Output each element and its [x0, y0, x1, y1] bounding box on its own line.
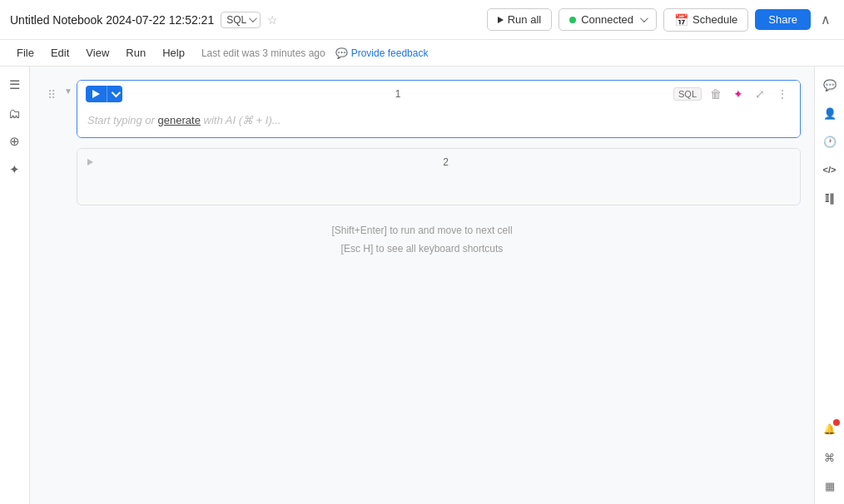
menubar: File Edit View Run Help Last edit was 3 … — [0, 40, 844, 67]
cell-2-drag-handle[interactable]: ⠿ — [43, 148, 60, 170]
run-all-label: Run all — [508, 13, 541, 26]
connected-dropdown-icon — [640, 14, 648, 22]
sidebar-sparkle-icon[interactable]: ✦ — [3, 158, 27, 181]
cell-1-run-button[interactable] — [86, 86, 107, 101]
schedule-label: Schedule — [693, 13, 737, 26]
sql-type-button[interactable]: SQL — [221, 12, 261, 28]
schedule-button[interactable]: 📅 Schedule — [663, 8, 748, 32]
cell-2: 2 — [77, 148, 801, 205]
sidebar-database-icon[interactable]: ⊕ — [3, 130, 27, 153]
run-all-button[interactable]: Run all — [487, 8, 552, 31]
cell-1-expand-button[interactable]: ⤢ — [752, 86, 768, 102]
keyboard-shortcut-icon[interactable]: ⌘ — [818, 446, 842, 469]
cell-1: 1 SQL 🗑 ✦ ⤢ ⋮ Start typing or generate w… — [77, 80, 801, 138]
cell-2-wrapper: ⠿ 2 — [30, 148, 814, 205]
main-layout: ☰ 🗂 ⊕ ✦ ⠿ ▼ — [0, 67, 844, 504]
sql-label: SQL — [226, 14, 246, 26]
comment-icon[interactable]: 💬 — [818, 73, 842, 96]
feedback-link[interactable]: 💬 Provide feedback — [335, 47, 429, 59]
cell-2-body[interactable] — [77, 175, 800, 205]
last-edit-text: Last edit was 3 minutes ago — [201, 47, 325, 59]
hint-line-1: [Shift+Enter] to run and move to next ce… — [30, 222, 814, 240]
left-sidebar: ☰ 🗂 ⊕ ✦ — [0, 67, 30, 504]
person-icon[interactable]: 👤 — [818, 101, 842, 125]
sidebar-document-icon[interactable]: ☰ — [3, 73, 27, 96]
connected-button[interactable]: Connected — [559, 8, 657, 31]
cell-1-header: 1 SQL 🗑 ✦ ⤢ ⋮ — [77, 81, 800, 107]
run-all-icon — [498, 17, 504, 23]
cell-1-wrapper: ⠿ ▼ 1 SQL 🗑 ✦ — [30, 80, 814, 138]
library-icon[interactable]: 𝕀∥ — [818, 186, 842, 210]
star-icon[interactable]: ☆ — [267, 13, 278, 27]
cell-1-run-dropdown[interactable] — [107, 86, 122, 102]
menu-help[interactable]: Help — [156, 45, 191, 61]
header: Untitled Notebook 2024-07-22 12:52:21 SQ… — [0, 0, 844, 40]
hint-line-2: [Esc H] to see all keyboard shortcuts — [30, 240, 814, 259]
share-button[interactable]: Share — [755, 9, 811, 30]
cell-1-play-icon — [92, 90, 100, 98]
cell-1-sql-badge: SQL — [673, 87, 702, 101]
cell-1-run-group — [86, 86, 122, 102]
cell-1-body[interactable]: Start typing or generate with AI (⌘ + I)… — [77, 107, 800, 137]
notification-badge — [833, 419, 840, 426]
header-actions: Run all Connected 📅 Schedule Share ∧ — [487, 8, 834, 32]
keyboard-hints: [Shift+Enter] to run and move to next ce… — [30, 222, 814, 258]
cell-2-run-button[interactable] — [86, 154, 95, 170]
notification-icon[interactable]: 🔔 — [818, 418, 842, 441]
cell-2-play-icon — [87, 159, 93, 166]
sidebar-folder-icon[interactable]: 🗂 — [3, 101, 27, 125]
history-icon[interactable]: 🕐 — [818, 130, 842, 153]
connected-status-dot — [569, 17, 576, 23]
menu-edit[interactable]: Edit — [44, 45, 76, 61]
sql-dropdown-icon — [249, 14, 257, 22]
feedback-icon: 💬 — [335, 47, 348, 59]
cell-2-header: 2 — [77, 149, 800, 175]
menu-run[interactable]: Run — [119, 45, 152, 61]
calendar-icon: 📅 — [674, 13, 688, 27]
cell-2-number: 2 — [100, 156, 792, 168]
code-icon[interactable]: </> — [818, 158, 842, 181]
menu-view[interactable]: View — [79, 45, 116, 61]
generate-link[interactable]: generate — [158, 114, 201, 126]
notebook-title: Untitled Notebook 2024-07-22 12:52:21 — [10, 13, 214, 27]
cell-1-ai-button[interactable]: ✦ — [730, 86, 747, 102]
cell-1-collapse-button[interactable]: ▼ — [64, 86, 72, 96]
feedback-label: Provide feedback — [351, 47, 429, 59]
cell-1-drag-handle[interactable]: ⠿ — [43, 80, 60, 101]
connected-label: Connected — [581, 13, 633, 26]
cell-1-more-button[interactable]: ⋮ — [773, 86, 792, 102]
cell-1-delete-button[interactable]: 🗑 — [707, 86, 725, 102]
layout-icon[interactable]: ▦ — [818, 474, 842, 497]
cell-1-run-chevron — [112, 88, 121, 97]
notebook-content: ⠿ ▼ 1 SQL 🗑 ✦ — [30, 67, 814, 504]
collapse-button[interactable]: ∧ — [817, 10, 834, 29]
cell-1-number: 1 — [127, 88, 668, 100]
right-sidebar: 💬 👤 🕐 </> 𝕀∥ 🔔 ⌘ ▦ — [814, 67, 844, 504]
menu-file[interactable]: File — [10, 45, 41, 61]
